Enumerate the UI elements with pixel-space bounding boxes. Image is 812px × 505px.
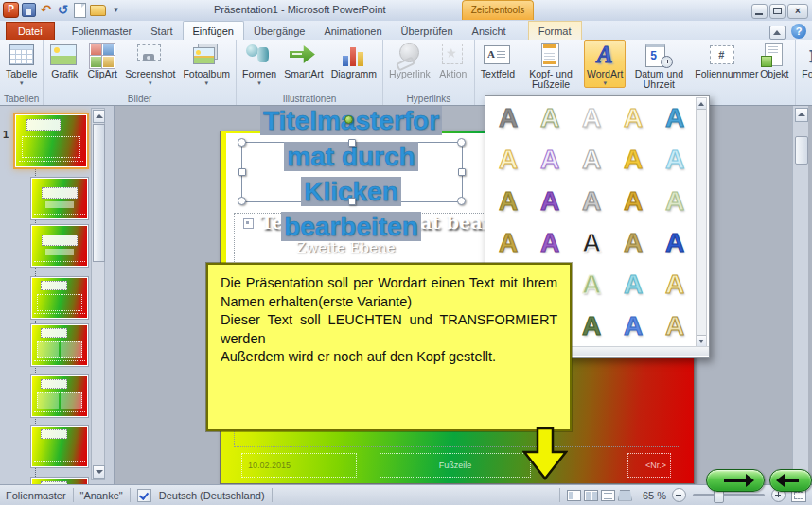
wordart-style-7[interactable]: A — [529, 139, 571, 181]
button-diagramm[interactable]: Diagramm — [328, 40, 380, 81]
save-icon[interactable] — [22, 2, 36, 18]
maximize-button[interactable] — [769, 4, 786, 19]
wordart-style-16[interactable]: A — [487, 222, 529, 264]
wordart-style-5[interactable]: A — [654, 97, 696, 139]
button-tabelle[interactable]: Tabelle▾ — [3, 40, 40, 88]
wordart-style-11[interactable]: A — [487, 181, 529, 222]
scroll-up-icon[interactable] — [93, 110, 105, 123]
wordart-style-17[interactable]: A — [529, 222, 571, 264]
layout-thumbnail-2[interactable] — [31, 225, 88, 267]
language-label[interactable]: Deutsch (Deutschland) — [159, 490, 265, 501]
resize-handle-ne[interactable] — [457, 138, 466, 147]
layout-thumbnail-4[interactable] — [31, 324, 88, 366]
help-icon[interactable]: ? — [791, 24, 806, 39]
thumbnail-scrollbar[interactable] — [91, 108, 105, 480]
wordart-style-18[interactable]: A — [571, 222, 612, 264]
button-fotoalbum[interactable]: Fotoalbum▾ — [180, 40, 233, 88]
redo-icon[interactable]: ↺ — [56, 2, 70, 18]
button-objekt[interactable]: Objekt — [756, 40, 792, 81]
wordart-style-4[interactable]: A — [612, 97, 654, 139]
vertical-scrollbar[interactable] — [792, 106, 808, 484]
close-button[interactable]: × — [787, 4, 808, 19]
tab-start[interactable]: Start — [141, 22, 182, 40]
rotate-handle[interactable] — [344, 115, 353, 124]
open-folder-icon[interactable] — [90, 2, 106, 18]
date-placeholder[interactable]: 10.02.2015 — [241, 453, 357, 478]
minimize-button[interactable] — [751, 4, 768, 19]
wordart-style-25[interactable]: A — [654, 264, 696, 305]
wordart-style-19[interactable]: A — [612, 222, 654, 264]
slideshow-icon[interactable] — [618, 490, 632, 501]
scroll-down-icon[interactable] — [697, 335, 706, 346]
scroll-down-icon[interactable] — [93, 465, 105, 479]
wordart-style-24[interactable]: A — [612, 264, 654, 305]
wordart-style-29[interactable]: A — [612, 305, 654, 347]
button-formen[interactable]: Formen▾ — [239, 40, 279, 88]
theme-name-label[interactable]: "Ananke" — [80, 490, 123, 501]
button-clipart[interactable]: ClipArt — [84, 40, 120, 81]
scroll-up-icon[interactable] — [795, 108, 808, 122]
reading-view-icon[interactable] — [601, 490, 615, 501]
tab-ansicht[interactable]: Ansicht — [463, 22, 516, 40]
button-smartart[interactable]: SmartArt — [281, 40, 326, 81]
spellcheck-icon[interactable] — [137, 489, 151, 502]
resize-handle-se[interactable] — [457, 197, 466, 205]
tab-einfügen[interactable]: Einfügen — [183, 21, 244, 40]
footer-placeholder[interactable]: Fußzeile — [380, 453, 531, 478]
wordart-style-6[interactable]: A — [487, 139, 529, 181]
layout-thumbnail-6[interactable] — [31, 426, 88, 467]
slide-number-placeholder[interactable]: <Nr.> — [627, 453, 671, 478]
scrollbar-thumb[interactable] — [93, 124, 105, 262]
tab-folienmaster[interactable]: Folienmaster — [62, 22, 142, 40]
button-grafik[interactable]: Grafik — [46, 40, 82, 81]
new-document-icon[interactable] — [73, 2, 87, 18]
wordart-style-12[interactable]: A — [529, 181, 571, 222]
forward-arrow-icon[interactable] — [706, 469, 765, 492]
zoom-level-label[interactable]: 65 % — [643, 490, 666, 501]
button-formel[interactable]: πFormel▾ — [799, 40, 812, 88]
tab-überprüfen[interactable]: Überprüfen — [392, 22, 463, 40]
wordart-style-2[interactable]: A — [529, 97, 571, 139]
layout-thumbnail-3[interactable] — [31, 277, 88, 319]
slide-sorter-icon[interactable] — [584, 490, 598, 501]
wordart-title-line[interactable]: bearbeiten — [241, 210, 461, 244]
wordart-style-23[interactable]: A — [571, 264, 612, 305]
minimize-ribbon-icon[interactable] — [769, 26, 786, 40]
wordart-style-20[interactable]: A — [654, 222, 696, 264]
view-name-label[interactable]: Folienmaster — [6, 490, 66, 501]
resize-handle-s[interactable] — [348, 198, 356, 205]
tab-format[interactable]: Format — [528, 21, 582, 40]
wordart-style-3[interactable]: A — [571, 97, 612, 139]
button-wordart[interactable]: AWordArt▾ — [584, 40, 626, 88]
wordart-style-1[interactable]: A — [487, 97, 529, 139]
wordart-style-13[interactable]: A — [571, 181, 612, 222]
scrollbar-thumb[interactable] — [795, 136, 808, 165]
resize-handle-n[interactable] — [348, 139, 356, 147]
powerpoint-icon[interactable]: P — [3, 2, 19, 18]
wordart-style-28[interactable]: A — [571, 305, 612, 347]
button-screenshot[interactable]: Screenshot▾ — [122, 40, 178, 88]
scroll-up-icon[interactable] — [697, 98, 706, 110]
tab-animationen[interactable]: Animationen — [314, 22, 391, 40]
layout-thumbnail-5[interactable] — [31, 375, 88, 417]
zoom-out-icon[interactable] — [672, 488, 686, 502]
resize-handle-nw[interactable] — [238, 138, 246, 147]
tab-datei[interactable]: Datei — [6, 22, 55, 40]
button-kopf-und-fußzeile[interactable]: Kopf- und Fußzeile — [520, 40, 582, 92]
back-arrow-icon[interactable] — [769, 469, 812, 492]
button-textfeld[interactable]: Textfeld — [478, 40, 518, 81]
undo-icon[interactable]: ↶ — [39, 2, 53, 18]
wordart-style-10[interactable]: A — [654, 139, 696, 181]
wordart-style-15[interactable]: A — [654, 181, 696, 222]
toolbar-options-icon[interactable]: ▾ — [109, 2, 123, 18]
wordart-style-14[interactable]: A — [612, 181, 654, 222]
normal-view-icon[interactable] — [567, 490, 581, 501]
tab-übergänge[interactable]: Übergänge — [244, 22, 314, 40]
wordart-style-9[interactable]: A — [612, 139, 654, 181]
wordart-style-8[interactable]: A — [571, 139, 612, 181]
wordart-style-30[interactable]: A — [654, 305, 696, 347]
button-foliennummer[interactable]: Foliennummer — [692, 40, 754, 81]
resize-handle-w[interactable] — [238, 168, 246, 176]
button-datum-und-uhrzeit[interactable]: Datum und Uhrzeit — [627, 40, 690, 92]
gallery-scrollbar[interactable] — [696, 97, 707, 347]
